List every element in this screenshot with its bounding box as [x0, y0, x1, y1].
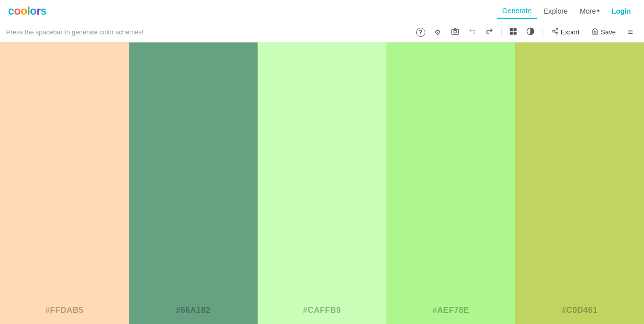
- svg-point-7: [556, 28, 558, 30]
- toolbar-hint: Press the spacebar to generate color sch…: [6, 28, 143, 36]
- toolbar-right: ? ⚙: [413, 25, 638, 40]
- hex-label: #66A182: [176, 306, 210, 315]
- export-icon: [552, 28, 559, 36]
- grid-view-button[interactable]: [506, 25, 521, 40]
- toolbar: Press the spacebar to generate color sch…: [0, 22, 644, 42]
- hamburger-icon: ≡: [628, 27, 633, 37]
- contrast-button[interactable]: [523, 25, 538, 40]
- undo-icon: [468, 27, 476, 37]
- redo-button[interactable]: [482, 25, 497, 40]
- gear-icon: ⚙: [434, 28, 441, 36]
- swatch-1[interactable]: #FFDAB5: [0, 42, 129, 324]
- export-button[interactable]: Export: [547, 25, 585, 39]
- svg-point-8: [553, 30, 555, 32]
- color-swatches: #FFDAB5#66A182#CAFFB9#AEF78E#C0D461: [0, 42, 644, 324]
- svg-rect-5: [513, 32, 516, 35]
- logo[interactable]: coolors: [8, 5, 46, 18]
- grid-icon: [509, 27, 517, 37]
- chevron-down-icon: ▾: [597, 8, 600, 14]
- swatch-4[interactable]: #AEF78E: [386, 42, 515, 324]
- login-button[interactable]: Login: [607, 4, 636, 18]
- camera-icon: [451, 27, 459, 37]
- svg-rect-4: [510, 32, 513, 35]
- nav-more[interactable]: More ▾: [575, 4, 605, 18]
- divider-2: [542, 27, 542, 37]
- swatch-2[interactable]: #66A182: [129, 42, 258, 324]
- settings-button[interactable]: ⚙: [430, 25, 445, 40]
- swatch-3[interactable]: #CAFFB9: [258, 42, 386, 324]
- save-button[interactable]: Save: [586, 25, 621, 39]
- top-nav: coolors Generate Explore More ▾ Login: [0, 0, 644, 22]
- divider-1: [501, 27, 502, 37]
- save-icon: [591, 28, 599, 36]
- nav-generate[interactable]: Generate: [497, 4, 536, 19]
- swatch-5[interactable]: #C0D461: [515, 42, 644, 324]
- hex-label: #C0D461: [562, 306, 598, 315]
- hex-label: #AEF78E: [432, 306, 469, 315]
- undo-button[interactable]: [465, 25, 480, 40]
- hex-label: #CAFFB9: [303, 306, 341, 315]
- menu-button[interactable]: ≡: [623, 25, 638, 40]
- help-button[interactable]: ?: [413, 25, 428, 40]
- hex-label: #FFDAB5: [45, 306, 84, 315]
- nav-explore[interactable]: Explore: [539, 4, 573, 18]
- help-icon: ?: [416, 28, 425, 37]
- svg-rect-2: [510, 28, 513, 31]
- nav-links: Generate Explore More ▾ Login: [497, 4, 636, 19]
- camera-button[interactable]: [448, 25, 463, 40]
- redo-icon: [485, 27, 493, 37]
- svg-point-9: [556, 32, 558, 34]
- svg-rect-3: [513, 28, 516, 31]
- eye-icon: [526, 27, 534, 37]
- svg-point-1: [454, 30, 456, 33]
